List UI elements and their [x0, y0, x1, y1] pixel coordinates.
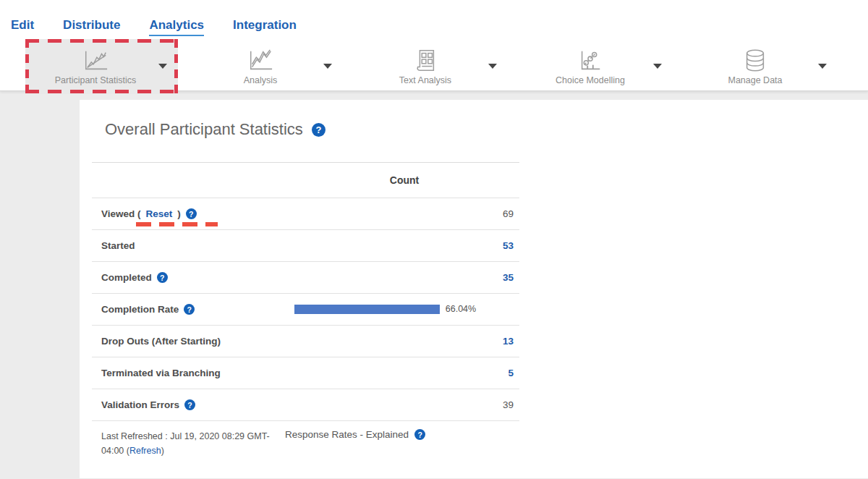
row-label-suffix: ) [177, 208, 181, 219]
toolbar-item-label: Text Analysis [399, 75, 451, 85]
completion-rate-bar: 66.04% [294, 305, 514, 314]
table-row-started: Started 53 [92, 229, 519, 261]
row-label: Started [101, 240, 135, 251]
row-value-link[interactable]: 5 [289, 357, 519, 389]
row-value-link[interactable]: 13 [289, 326, 519, 357]
scatter-trend-icon [575, 47, 605, 75]
row-value-link[interactable]: 35 [289, 262, 519, 293]
help-icon[interactable] [414, 429, 425, 440]
reset-link[interactable]: Reset [146, 208, 173, 219]
table-row-completed: Completed 35 [92, 261, 519, 293]
row-label: Viewed ( [101, 208, 141, 219]
refresh-link[interactable]: Refresh [129, 446, 161, 456]
row-label: Validation Errors [101, 399, 179, 410]
chevron-down-icon[interactable] [488, 64, 497, 69]
annotation-dashed-underline [136, 222, 218, 226]
nav-distribute[interactable]: Distribute [63, 18, 120, 36]
toolbar-item-label: Analysis [244, 75, 278, 85]
count-column-header: Count [289, 163, 519, 198]
database-icon [740, 47, 770, 75]
help-icon[interactable] [312, 123, 326, 137]
page-title: Overall Participant Statistics [105, 120, 303, 139]
chevron-down-icon[interactable] [158, 64, 167, 69]
nav-edit[interactable]: Edit [11, 18, 34, 36]
toolbar-item-choice-modelling[interactable]: Choice Modelling [508, 42, 673, 90]
top-nav: Edit Distribute Analytics Integration [0, 0, 868, 42]
table-row-viewed: Viewed ( Reset ) 69 [92, 198, 519, 229]
row-value: 39 [289, 389, 519, 420]
table-row-terminated: Terminated via Branching 5 [92, 357, 519, 389]
help-icon[interactable] [186, 208, 197, 219]
completion-rate-percent: 66.04% [446, 304, 476, 315]
document-grid-icon [410, 47, 441, 75]
table-row-drop-outs: Drop Outs (After Starting) 13 [92, 325, 519, 357]
row-label: Completed [101, 272, 152, 283]
row-value: 69 [289, 198, 519, 229]
completion-rate-bar-fill [294, 305, 440, 314]
row-label: Terminated via Branching [101, 368, 221, 378]
table-footer: Last Refreshed : Jul 19, 2020 08:29 GMT-… [92, 420, 519, 458]
help-icon[interactable] [157, 272, 168, 283]
row-label: Drop Outs (After Starting) [101, 336, 221, 347]
line-chart-icon [80, 47, 111, 75]
row-label: Completion Rate [101, 304, 179, 315]
chevron-down-icon[interactable] [818, 64, 827, 69]
toolbar-item-label: Manage Data [728, 75, 782, 85]
toolbar-item-label: Choice Modelling [556, 75, 625, 85]
zigzag-chart-icon [245, 47, 276, 75]
nav-analytics[interactable]: Analytics [149, 18, 204, 36]
row-value-link[interactable]: 53 [289, 230, 519, 261]
content-panel: Overall Participant Statistics Count Vie… [80, 100, 868, 478]
analytics-toolbar: Participant Statistics Analysis [0, 42, 868, 91]
toolbar-item-manage-data[interactable]: Manage Data [673, 42, 838, 90]
nav-integration[interactable]: Integration [233, 18, 297, 36]
toolbar-item-analysis[interactable]: Analysis [178, 42, 343, 90]
response-rates-label: Response Rates - Explained [285, 429, 409, 440]
last-refreshed-text: Last Refreshed : Jul 19, 2020 08:29 GMT-… [92, 429, 280, 458]
toolbar-item-participant-statistics[interactable]: Participant Statistics [13, 42, 178, 90]
participant-stats-table: Count Viewed ( Reset ) 69 Started 53 [92, 162, 519, 458]
chevron-down-icon[interactable] [653, 64, 662, 69]
table-row-validation-errors: Validation Errors 39 [92, 389, 519, 420]
table-header-row: Count [92, 163, 519, 198]
help-icon[interactable] [184, 399, 195, 410]
page-background: Overall Participant Statistics Count Vie… [0, 91, 868, 478]
help-icon[interactable] [184, 304, 195, 315]
table-row-completion-rate: Completion Rate 66.04% [92, 293, 519, 325]
toolbar-item-text-analysis[interactable]: Text Analysis [343, 42, 508, 90]
chevron-down-icon[interactable] [323, 64, 332, 69]
toolbar-item-label: Participant Statistics [55, 75, 137, 85]
